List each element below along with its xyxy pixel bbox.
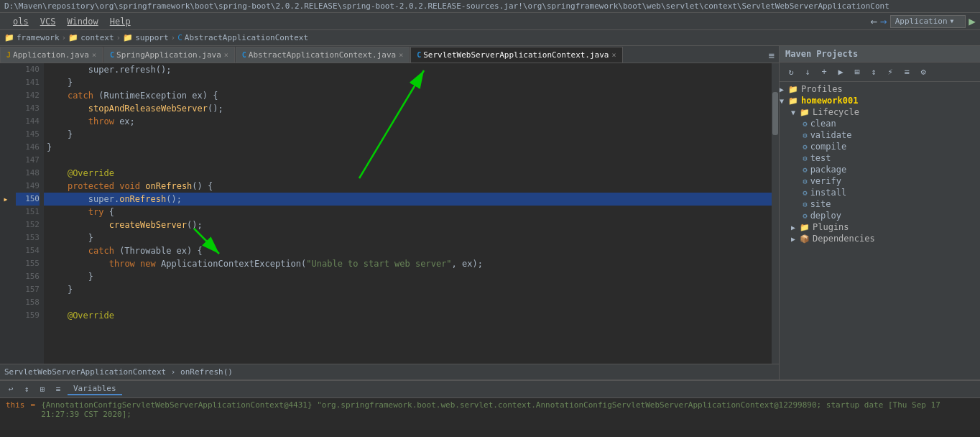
bottom-list-btn[interactable]: ≡	[52, 383, 65, 396]
nav-forward-btn[interactable]: →	[880, 14, 887, 28]
top-nav-area: ols VCS Window Help ← → Application ▼ ▶	[0, 13, 980, 30]
gutter-145	[0, 128, 11, 141]
verify-gear-icon: ⚙	[803, 177, 808, 186]
ln-153: 153	[16, 231, 40, 244]
maven-list-btn[interactable]: ≡	[900, 65, 914, 79]
breadcrumb-support[interactable]: support	[135, 33, 168, 42]
tab-panel-btn[interactable]: ≡	[764, 48, 779, 63]
code-line-146: }	[44, 141, 772, 154]
plugins-folder-icon: 📁	[800, 223, 810, 232]
menu-window[interactable]: Window	[61, 15, 103, 28]
maven-sort-btn[interactable]: ↕	[866, 65, 881, 79]
tab-abstract-context[interactable]: C AbstractApplicationContext.java ×	[236, 47, 410, 63]
gutter-147	[0, 154, 11, 167]
breadcrumb-class[interactable]: AbstractApplicationContext	[185, 33, 308, 42]
c-icon-2: C	[242, 51, 246, 59]
tree-validate[interactable]: ⚙ validate	[780, 129, 980, 141]
tree-dependencies[interactable]: ▶ 📦 Dependencies	[780, 233, 980, 244]
bottom-grid-btn[interactable]: ⊞	[36, 383, 49, 396]
tree-test[interactable]: ⚙ test	[780, 152, 980, 164]
tab-close-1[interactable]: ×	[224, 51, 228, 59]
tree-clean[interactable]: ⚙ clean	[780, 118, 980, 129]
lifecycle-arrow-icon: ▼	[791, 109, 800, 116]
breadcrumb-support-icon: 📁	[123, 33, 133, 42]
ln-148: 148	[16, 167, 40, 180]
code-line-147	[44, 154, 772, 167]
scrollbar-thumb[interactable]	[772, 92, 778, 135]
gutter: ▶	[0, 63, 11, 364]
nav-back-btn[interactable]: ←	[870, 14, 877, 28]
breadcrumb-framework[interactable]: framework	[17, 33, 60, 42]
test-label: test	[810, 153, 831, 163]
code-line-156: }	[44, 270, 772, 283]
deploy-gear-icon: ⚙	[803, 211, 808, 221]
maven-refresh-btn[interactable]: ↻	[784, 65, 798, 79]
ln-154: 154	[16, 244, 40, 257]
bottom-restart-btn[interactable]: ↩	[4, 383, 17, 396]
tree-verify[interactable]: ⚙ verify	[780, 175, 980, 187]
ln-150: 150	[16, 193, 40, 206]
tree-package[interactable]: ⚙ package	[780, 164, 980, 175]
breadcrumb-class-icon: C	[177, 33, 182, 42]
variable-row: this = {AnnotationConfigServletWebServer…	[6, 400, 974, 419]
editor-scrollbar[interactable]	[772, 63, 779, 364]
tab-label-2: AbstractApplicationContext.java	[249, 50, 396, 60]
maven-settings-btn[interactable]: ⚙	[916, 65, 930, 79]
maven-layout-btn[interactable]: ⊞	[850, 65, 864, 79]
tree-homework001[interactable]: ▼ 📁 homework001	[780, 95, 980, 106]
var-value: {AnnotationConfigServletWebServerApplica…	[41, 400, 974, 419]
gutter-144	[0, 115, 11, 128]
var-name: this	[6, 400, 25, 419]
menu-help[interactable]: Help	[104, 15, 137, 28]
ln-158: 158	[16, 296, 40, 309]
tab-application-java[interactable]: J Application.java ×	[0, 47, 103, 63]
code-line-150: super.onRefresh();	[44, 193, 772, 206]
install-gear-icon: ⚙	[803, 188, 808, 198]
code-breadcrumb-text: ServletWebServerApplicationContext › onR…	[4, 367, 233, 377]
tree-lifecycle[interactable]: ▼ 📁 Lifecycle	[780, 106, 980, 118]
menu-tools[interactable]: ols	[7, 15, 34, 28]
tree-install[interactable]: ⚙ install	[780, 187, 980, 198]
maven-panel-toolbar: ↻ ↓ + ▶ ⊞ ↕ ⚡ ≡ ⚙	[780, 63, 980, 82]
tab-close-2[interactable]: ×	[399, 51, 403, 59]
maven-add-btn[interactable]: +	[817, 65, 831, 79]
tabs-bar: J Application.java × C SpringApplication…	[0, 46, 779, 63]
tab-servlet-context[interactable]: C ServletWebServerApplicationContext.jav…	[410, 47, 622, 63]
maven-lightning-btn[interactable]: ⚡	[883, 65, 897, 79]
ln-144: 144	[16, 115, 40, 128]
verify-label: verify	[810, 176, 841, 186]
maven-tree[interactable]: ▶ 📁 Profiles ▼ 📁 homework001 ▼ 📁 Lifecyc…	[780, 82, 980, 380]
gutter-140	[0, 63, 11, 76]
gutter-158	[0, 296, 11, 309]
variables-tab[interactable]: Variables	[68, 383, 122, 395]
code-editor[interactable]: ▶ 140 141 142 143 144	[0, 63, 779, 364]
deploy-label: deploy	[810, 211, 841, 221]
run-btn[interactable]: ▶	[969, 14, 976, 28]
bottom-layout-btn[interactable]: ↕	[20, 383, 33, 396]
maven-download-btn[interactable]: ↓	[800, 65, 815, 79]
code-line-142: catch (RuntimeException ex) {	[44, 89, 772, 102]
path-bar: D:\Maven\repository\org\springframework\…	[0, 0, 980, 13]
tab-spring-application[interactable]: C SpringApplication.java ×	[103, 47, 235, 63]
tree-profiles[interactable]: ▶ 📁 Profiles	[780, 83, 980, 95]
tab-close-3[interactable]: ×	[611, 51, 616, 59]
app-dropdown[interactable]: Application ▼	[890, 15, 966, 28]
java-icon: J	[6, 51, 11, 59]
tree-plugins[interactable]: ▶ 📁 Plugins	[780, 221, 980, 233]
bottom-panel: ↩ ↕ ⊞ ≡ Variables this = {AnnotationConf…	[0, 380, 980, 437]
tree-compile[interactable]: ⚙ compile	[780, 141, 980, 152]
menu-vcs[interactable]: VCS	[34, 15, 62, 28]
gutter-142	[0, 89, 11, 102]
breadcrumb-context[interactable]: context	[80, 33, 114, 42]
maven-run-btn[interactable]: ▶	[833, 65, 848, 79]
code-line-159: @Override	[44, 309, 772, 322]
plugins-label: Plugins	[813, 222, 849, 232]
code-line-145: }	[44, 128, 772, 141]
package-label: package	[810, 165, 847, 175]
tab-close-0[interactable]: ×	[92, 51, 96, 59]
code-content[interactable]: super.refresh(); } catch (RuntimeExcepti…	[44, 63, 772, 364]
tree-site[interactable]: ⚙ site	[780, 198, 980, 210]
gutter-143	[0, 102, 11, 115]
tree-deploy[interactable]: ⚙ deploy	[780, 210, 980, 221]
code-line-149: protected void onRefresh() {	[44, 180, 772, 193]
